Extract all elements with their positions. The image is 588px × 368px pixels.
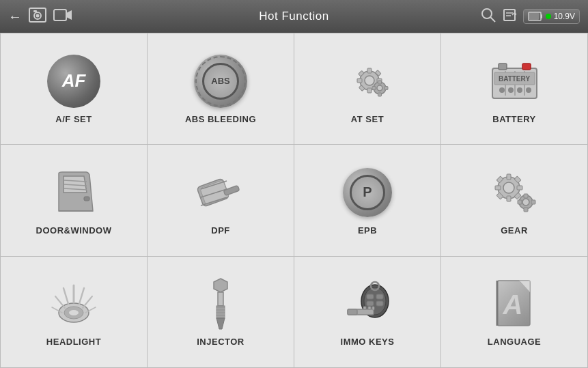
immo-keys-icon	[340, 277, 395, 331]
language-cell[interactable]: A LANGUAGE	[441, 257, 588, 368]
svg-point-66	[522, 199, 529, 206]
svg-rect-33	[499, 63, 507, 70]
epb-label: EPB	[358, 225, 377, 236]
svg-rect-94	[367, 301, 374, 306]
svg-point-42	[517, 87, 522, 93]
svg-rect-31	[384, 87, 388, 90]
dpf-cell[interactable]: DPF	[148, 145, 294, 256]
function-grid: AF A/F SET ABS ABS BLEEDING	[0, 33, 588, 368]
search-icon[interactable]	[481, 8, 496, 26]
svg-line-7	[490, 17, 495, 22]
svg-line-75	[79, 288, 84, 304]
header-left-controls: ←	[8, 8, 72, 26]
headlight-cell[interactable]: HEADLIGHT	[1, 257, 148, 368]
svg-point-27	[377, 85, 382, 91]
svg-point-3	[36, 14, 40, 17]
door-window-icon	[46, 165, 101, 220]
svg-rect-95	[376, 301, 383, 306]
voltage-value: 10.9V	[554, 12, 575, 21]
svg-point-56	[503, 182, 514, 193]
svg-rect-93	[376, 294, 383, 299]
svg-rect-14	[541, 14, 542, 18]
dpf-icon	[193, 165, 248, 220]
svg-rect-34	[522, 63, 531, 70]
gear-icon	[487, 165, 542, 220]
voltage-dot	[546, 14, 551, 19]
svg-rect-57	[507, 174, 511, 180]
immo-keys-label: IMMO KEYS	[341, 337, 395, 347]
af-set-label: A/F SET	[55, 114, 92, 124]
svg-rect-28	[378, 81, 382, 84]
svg-rect-58	[507, 196, 511, 201]
headlight-icon	[46, 277, 101, 331]
svg-rect-29	[378, 93, 382, 96]
svg-point-80	[69, 310, 79, 315]
svg-point-41	[508, 87, 514, 93]
door-window-cell[interactable]: DOOR&WINDOW	[1, 145, 148, 256]
gear-cell[interactable]: GEAR	[441, 145, 588, 256]
battery-cell[interactable]: BATTERY BATTERY	[441, 33, 588, 145]
svg-rect-47	[84, 197, 89, 201]
epb-icon-wrap: P	[340, 165, 395, 220]
header-right-controls: 10.9V	[481, 8, 580, 26]
svg-rect-30	[372, 87, 376, 90]
dpf-label: DPF	[211, 225, 230, 236]
svg-point-6	[482, 9, 492, 18]
epb-cell[interactable]: P EPB	[294, 145, 441, 256]
battery-icon-wrap: BATTERY	[487, 54, 542, 109]
gear-label: GEAR	[501, 225, 528, 236]
svg-rect-97	[348, 309, 357, 315]
svg-marker-88	[216, 318, 225, 329]
immo-keys-cell[interactable]: IMMO KEYS	[294, 257, 441, 368]
svg-rect-60	[517, 186, 522, 190]
injector-label: INJECTOR	[197, 337, 244, 347]
svg-rect-15	[529, 13, 539, 20]
video-icon[interactable]	[53, 8, 72, 25]
abs-bleeding-icon: ABS	[193, 54, 248, 109]
svg-point-40	[499, 87, 505, 93]
screenshot-icon[interactable]	[29, 8, 46, 26]
language-label: LANGUAGE	[488, 337, 541, 347]
svg-marker-5	[66, 10, 72, 20]
svg-rect-4	[54, 10, 66, 20]
page-title: Hot Function	[259, 10, 328, 23]
back-icon[interactable]: ←	[8, 9, 22, 25]
svg-rect-19	[367, 88, 372, 93]
svg-rect-68	[524, 208, 528, 212]
svg-rect-69	[518, 200, 522, 204]
at-set-icon	[340, 54, 395, 109]
edit-icon[interactable]	[503, 8, 516, 25]
header: ← Hot Function	[0, 0, 588, 33]
svg-line-77	[83, 296, 92, 308]
svg-point-17	[365, 76, 374, 85]
svg-rect-70	[531, 200, 535, 204]
language-icon: A	[487, 277, 542, 331]
svg-rect-59	[495, 186, 501, 190]
headlight-label: HEADLIGHT	[46, 337, 101, 347]
svg-rect-67	[524, 194, 528, 198]
abs-bleeding-cell[interactable]: ABS ABS BLEEDING	[148, 33, 294, 145]
at-set-label: AT SET	[351, 114, 384, 124]
abs-bleeding-label: ABS BLEEDING	[185, 114, 256, 124]
voltage-indicator: 10.9V	[523, 9, 580, 24]
svg-rect-18	[367, 68, 372, 73]
svg-line-74	[64, 288, 68, 304]
at-set-cell[interactable]: AT SET	[294, 33, 441, 145]
svg-marker-81	[214, 279, 227, 292]
door-window-label: DOOR&WINDOW	[36, 225, 112, 236]
svg-rect-82	[218, 292, 223, 306]
battery-label: BATTERY	[492, 114, 535, 124]
svg-text:A: A	[503, 289, 523, 320]
svg-rect-99	[363, 307, 366, 309]
af-set-cell[interactable]: AF A/F SET	[1, 33, 148, 145]
svg-rect-20	[357, 79, 362, 83]
svg-point-43	[526, 87, 531, 93]
svg-rect-98	[368, 307, 371, 309]
injector-icon	[193, 277, 248, 331]
injector-cell[interactable]: INJECTOR	[148, 257, 294, 368]
svg-text:BATTERY: BATTERY	[498, 75, 529, 83]
svg-rect-100	[372, 307, 374, 310]
svg-rect-83	[216, 306, 225, 318]
af-set-icon: AF	[46, 54, 101, 109]
svg-rect-92	[367, 294, 374, 299]
